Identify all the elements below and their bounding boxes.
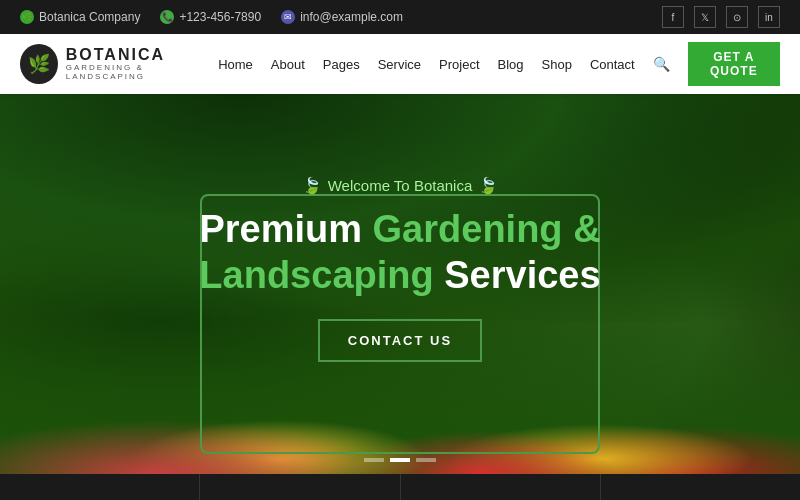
hero-welcome: 🍃 Welcome To Botanica 🍃: [302, 176, 499, 195]
card-plant-diversity: 🌱 Plant Diversity: [0, 474, 200, 500]
hero-title-premium: Premium: [199, 208, 372, 250]
nav-home[interactable]: Home: [218, 57, 253, 72]
nav-pages[interactable]: Pages: [323, 57, 360, 72]
main-nav: Home About Pages Service Project Blog Sh…: [218, 42, 780, 86]
slide-dot-2[interactable]: [390, 458, 410, 462]
nav-contact[interactable]: Contact: [590, 57, 635, 72]
nav-service[interactable]: Service: [378, 57, 421, 72]
facebook-icon[interactable]: f: [662, 6, 684, 28]
hero-title-services: Services: [444, 254, 600, 296]
card-sustainable-practices: ♻ Sustainable Practices: [601, 474, 800, 500]
nav-about[interactable]: About: [271, 57, 305, 72]
nav-project[interactable]: Project: [439, 57, 479, 72]
twitter-icon[interactable]: 𝕏: [694, 6, 716, 28]
company-name: Botanica Company: [39, 10, 140, 24]
phone-number: +123-456-7890: [179, 10, 261, 24]
company-icon: 🌿: [20, 10, 34, 24]
services-cards-row: 🌱 Plant Diversity ✂ Design Consultation …: [0, 474, 800, 500]
hero-title-green1: Gardening &: [373, 208, 601, 250]
hero-content: 🍃 Welcome To Botanica 🍃 Premium Gardenin…: [0, 94, 800, 474]
slide-dot-3[interactable]: [416, 458, 436, 462]
email-info: ✉ info@example.com: [281, 10, 403, 24]
hero-title: Premium Gardening & Landscaping Services: [199, 207, 600, 298]
email-icon: ✉: [281, 10, 295, 24]
hero-welcome-text: Welcome To Botanica: [328, 177, 473, 194]
phone-icon: 📞: [160, 10, 174, 24]
logo-icon: 🌿: [20, 44, 58, 84]
slide-dot-1[interactable]: [364, 458, 384, 462]
leaf-right-icon: 🍃: [478, 176, 498, 195]
logo-text: BOTANICA GARDENING & LANDSCAPING: [66, 46, 218, 81]
social-links: f 𝕏 ⊙ in: [662, 6, 780, 28]
phone-info: 📞 +123-456-7890: [160, 10, 261, 24]
nav-shop[interactable]: Shop: [542, 57, 572, 72]
logo-name: BOTANICA: [66, 46, 218, 64]
instagram-icon[interactable]: ⊙: [726, 6, 748, 28]
get-quote-button[interactable]: GET A QUOTE: [688, 42, 780, 86]
card-custom-landscaping: 🏠 Custom Landscaping: [401, 474, 601, 500]
slide-indicators: [364, 458, 436, 462]
leaf-left-icon: 🍃: [302, 176, 322, 195]
company-info: 🌿 Botanica Company: [20, 10, 140, 24]
header: 🌿 BOTANICA GARDENING & LANDSCAPING Home …: [0, 34, 800, 94]
top-bar-left: 🌿 Botanica Company 📞 +123-456-7890 ✉ inf…: [20, 10, 403, 24]
logo: 🌿 BOTANICA GARDENING & LANDSCAPING: [20, 44, 218, 84]
top-bar: 🌿 Botanica Company 📞 +123-456-7890 ✉ inf…: [0, 0, 800, 34]
linkedin-icon[interactable]: in: [758, 6, 780, 28]
search-icon[interactable]: 🔍: [653, 56, 670, 72]
logo-sub: GARDENING & LANDSCAPING: [66, 64, 218, 82]
hero-title-green2: Landscaping: [199, 254, 444, 296]
card-design-consultation: ✂ Design Consultation: [200, 474, 400, 500]
contact-us-button[interactable]: CONTACT US: [318, 319, 482, 362]
email-address: info@example.com: [300, 10, 403, 24]
hero-section: 🍃 Welcome To Botanica 🍃 Premium Gardenin…: [0, 94, 800, 474]
nav-blog[interactable]: Blog: [498, 57, 524, 72]
